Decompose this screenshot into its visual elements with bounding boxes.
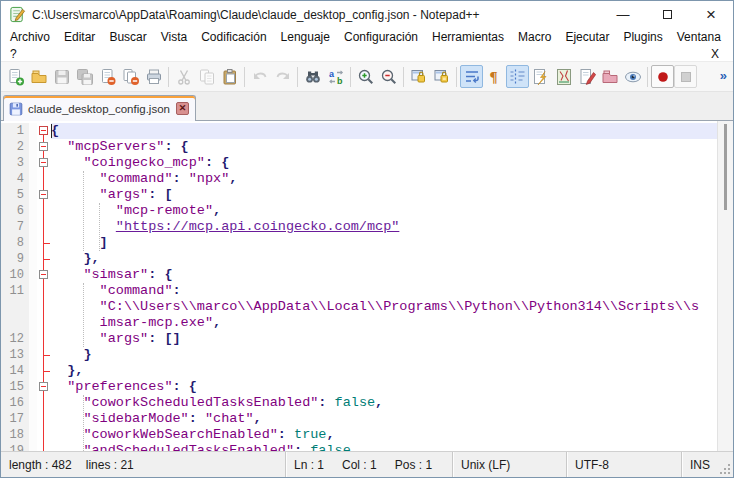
code-line[interactable]: "https://mcp.api.coingecko.com/mcp" [51,219,717,235]
replace-button[interactable]: ab [324,65,347,88]
editor-row[interactable]: 4 "command": "npx", [1,171,717,187]
menu-item-codificacion[interactable]: Codificación [194,30,273,44]
bookmark-margin[interactable] [29,395,37,411]
code-line[interactable]: "coingecko_mcp": { [51,155,717,171]
code-line[interactable]: "coworkScheduledTasksEnabled": false, [51,395,717,411]
code-line[interactable]: "mcpServers": { [51,139,717,155]
save-all-button[interactable] [73,65,96,88]
code-line[interactable]: }, [51,251,717,267]
bookmark-margin[interactable] [29,299,37,315]
resize-grip[interactable] [723,452,733,477]
tab-close-icon[interactable]: ✕ [176,102,189,115]
undo-button[interactable] [248,65,271,88]
menu-item-buscar[interactable]: Buscar [102,30,153,44]
fold-margin[interactable] [37,411,51,427]
code-line[interactable]: "command": "npx", [51,171,717,187]
status-encoding[interactable]: UTF-8 [566,452,681,477]
menu-item-editar[interactable]: Editar [57,30,102,44]
code-line[interactable]: "simsar": { [51,267,717,283]
editor-row[interactable]: 13 } [1,347,717,363]
code-line[interactable]: "sidebarMode": "chat", [51,411,717,427]
fold-margin[interactable] [37,219,51,235]
bookmark-margin[interactable] [29,363,37,379]
line-number[interactable]: 6 [1,203,29,219]
fold-margin[interactable] [37,203,51,219]
line-number[interactable]: 12 [1,331,29,347]
menu-item-lenguaje[interactable]: Lenguaje [274,30,337,44]
status-eol-format[interactable]: Unix (LF) [452,452,566,477]
code-line[interactable]: ] [51,235,717,251]
bookmark-margin[interactable] [29,331,37,347]
bookmark-margin[interactable] [29,251,37,267]
code-line[interactable]: "mcp-remote", [51,203,717,219]
line-number[interactable]: 15 [1,379,29,395]
fold-margin[interactable] [37,347,51,363]
code-line[interactable]: "andScheduledTasksEnabled": false [51,443,717,451]
line-number[interactable]: 8 [1,235,29,251]
fold-collapse-icon[interactable] [39,142,48,151]
indent-guide-button[interactable] [506,65,529,88]
line-number[interactable]: 17 [1,411,29,427]
macro-record-button[interactable] [651,65,674,88]
fold-margin[interactable] [37,299,51,315]
new-file-button[interactable] [4,65,27,88]
editor-row[interactable]: 12 "args": [] [1,331,717,347]
line-number[interactable]: 1 [1,123,29,139]
bookmark-margin[interactable] [29,187,37,203]
fold-collapse-icon[interactable] [39,190,48,199]
bookmark-margin[interactable] [29,171,37,187]
word-wrap-button[interactable] [460,65,483,88]
line-number[interactable]: 9 [1,251,29,267]
bookmark-margin[interactable] [29,235,37,251]
fold-margin[interactable] [37,283,51,299]
fold-margin[interactable] [37,331,51,347]
editor-row[interactable]: 19 "andScheduledTasksEnabled": false [1,443,717,451]
editor-row[interactable]: 5 "args": [ [1,187,717,203]
vertical-scrollbar[interactable] [717,121,733,451]
status-insert-mode[interactable]: INS [681,452,723,477]
line-number[interactable]: 4 [1,171,29,187]
minimize-button[interactable]: — [601,1,645,28]
fold-margin[interactable] [37,315,51,331]
code-line[interactable]: "preferences": { [51,379,717,395]
document-close-x[interactable]: X [697,47,733,61]
paste-button[interactable] [218,65,241,88]
line-number[interactable]: 2 [1,139,29,155]
menu-item-herramientas[interactable]: Herramientas [425,30,511,44]
line-number[interactable] [1,299,29,315]
monitoring-button[interactable] [621,65,644,88]
open-folder-button[interactable] [27,65,50,88]
line-number[interactable]: 5 [1,187,29,203]
editor-row[interactable]: 11 "command": [1,283,717,299]
fold-margin[interactable] [37,379,51,395]
editor-row[interactable]: 3 "coingecko_mcp": { [1,155,717,171]
editor-row[interactable]: 14 }, [1,363,717,379]
fold-margin[interactable] [37,123,51,139]
print-button[interactable] [142,65,165,88]
fold-margin[interactable] [37,235,51,251]
line-number[interactable] [1,315,29,331]
code-line[interactable]: "C:\\Users\\marco\\AppData\\Local\\Progr… [51,299,717,315]
bookmark-margin[interactable] [29,203,37,219]
fold-margin[interactable] [37,187,51,203]
menu-item-configuracion[interactable]: Configuración [337,30,425,44]
menu-item-archivo[interactable]: Archivo [1,30,57,44]
editor-row[interactable]: "C:\\Users\\marco\\AppData\\Local\\Progr… [1,299,717,315]
line-number[interactable]: 18 [1,427,29,443]
code-line[interactable]: "args": [ [51,187,717,203]
bookmark-margin[interactable] [29,123,37,139]
function-list-button[interactable] [529,65,552,88]
bookmark-margin[interactable] [29,379,37,395]
document-map-button[interactable] [552,65,575,88]
line-number[interactable]: 10 [1,267,29,283]
bookmark-margin[interactable] [29,315,37,331]
editor-area[interactable]: 1{2 "mcpServers": {3 "coingecko_mcp": {4… [1,121,733,451]
menu-item-ventana[interactable]: Ventana [670,30,728,44]
bookmark-margin[interactable] [29,427,37,443]
line-number[interactable]: 7 [1,219,29,235]
code-line[interactable]: imsar-mcp.exe", [51,315,717,331]
fold-margin[interactable] [37,395,51,411]
zoom-out-button[interactable] [377,65,400,88]
fold-collapse-icon[interactable] [39,382,48,391]
fold-margin[interactable] [37,155,51,171]
